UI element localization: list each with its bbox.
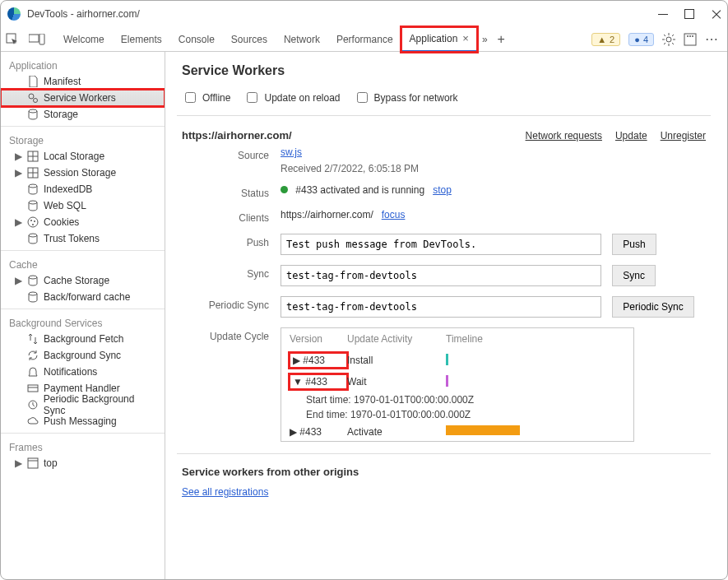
application-sidebar: Application Manifest Service Workers Sto… xyxy=(1,52,165,580)
svg-point-28 xyxy=(30,220,32,221)
inspect-icon[interactable] xyxy=(6,33,19,46)
transfer-icon xyxy=(27,333,39,345)
svg-point-25 xyxy=(29,184,37,188)
svg-point-26 xyxy=(29,201,37,204)
other-origins-section: Service workers from other origins See a… xyxy=(177,454,711,509)
timeline-bar-install xyxy=(446,354,448,365)
tab-welcome[interactable]: Welcome xyxy=(55,27,113,52)
tab-application[interactable]: Application × xyxy=(401,27,477,52)
update-cycle-label: Update Cycle xyxy=(182,327,281,342)
cycle-row-wait[interactable]: ▼ #433 Wait xyxy=(281,371,633,392)
svg-rect-2 xyxy=(39,34,44,44)
push-label: Push xyxy=(182,234,281,248)
tab-network[interactable]: Network xyxy=(276,27,328,52)
warning-badge[interactable]: ▲2 xyxy=(591,33,620,46)
minimize-button[interactable] xyxy=(658,9,668,19)
sidebar-item-indexeddb[interactable]: IndexedDB xyxy=(1,181,165,197)
tab-performance[interactable]: Performance xyxy=(328,27,401,52)
cycle-row-activate[interactable]: ▶ #433 Activate xyxy=(281,422,633,441)
bell-icon xyxy=(27,366,39,378)
scope-url: https://airhorner.com/ xyxy=(182,129,292,142)
page-title: Service Workers xyxy=(182,63,711,78)
svg-point-29 xyxy=(34,220,35,222)
sidebar-item-storage[interactable]: Storage xyxy=(1,106,165,123)
sidebar-group-background-services: Background Services xyxy=(1,313,165,331)
sidebar-item-back-forward-cache[interactable]: Back/forward cache xyxy=(1,289,165,305)
update-on-reload-checkbox[interactable]: Update on reload xyxy=(243,90,340,105)
sidebar-group-cache: Cache xyxy=(1,254,165,272)
tab-close-icon[interactable]: × xyxy=(462,32,469,44)
grid-icon xyxy=(27,151,39,162)
sidebar-item-notifications[interactable]: Notifications xyxy=(1,364,165,380)
sidebar-item-session-storage[interactable]: ▶Session Storage xyxy=(1,165,165,181)
periodic-sync-button[interactable]: Periodic Sync xyxy=(612,296,693,318)
database-icon xyxy=(27,183,39,195)
sidebar-group-frames: Frames xyxy=(1,437,165,455)
cycle-row-install[interactable]: ▶ #433 Install xyxy=(281,350,633,371)
maximize-button[interactable] xyxy=(684,9,694,19)
offline-checkbox[interactable]: Offline xyxy=(182,90,230,105)
svg-point-3 xyxy=(666,37,671,42)
update-link[interactable]: Update xyxy=(615,130,647,142)
devtools-toolbar: Welcome Elements Console Sources Network… xyxy=(1,27,727,52)
received-text: Received 2/7/2022, 6:05:18 PM xyxy=(281,163,419,174)
see-all-registrations-link[interactable]: See all registrations xyxy=(182,486,268,498)
sidebar-item-background-fetch[interactable]: Background Fetch xyxy=(1,331,165,347)
sidebar-item-service-workers[interactable]: Service Workers xyxy=(1,90,165,106)
sidebar-item-manifest[interactable]: Manifest xyxy=(1,73,165,90)
update-cycle-table: Version Update Activity Timeline ▶ #433 … xyxy=(281,327,634,442)
device-toggle-icon[interactable] xyxy=(29,34,45,45)
periodic-sync-label: Periodic Sync xyxy=(182,296,281,311)
status-text: #433 activated and is running xyxy=(295,184,424,196)
sidebar-item-trust-tokens[interactable]: Trust Tokens xyxy=(1,230,165,247)
svg-line-9 xyxy=(672,43,674,44)
dock-icon[interactable] xyxy=(684,33,697,46)
tab-elements[interactable]: Elements xyxy=(113,27,170,52)
sync-label: Sync xyxy=(182,265,281,280)
stop-link[interactable]: stop xyxy=(433,184,452,196)
database-icon xyxy=(27,291,39,303)
push-button[interactable]: Push xyxy=(612,234,656,255)
tab-console[interactable]: Console xyxy=(170,27,223,52)
sidebar-item-background-sync[interactable]: Background Sync xyxy=(1,347,165,364)
sidebar-item-local-storage[interactable]: ▶Local Storage xyxy=(1,148,165,165)
sync-input[interactable] xyxy=(281,265,601,286)
sidebar-item-periodic-background-sync[interactable]: Periodic Background Sync xyxy=(1,397,165,413)
network-requests-link[interactable]: Network requests xyxy=(526,130,602,142)
unregister-link[interactable]: Unregister xyxy=(661,130,706,142)
card-icon xyxy=(27,383,39,394)
clients-label: Clients xyxy=(182,209,281,224)
tab-application-label: Application xyxy=(410,33,458,44)
sync-button[interactable]: Sync xyxy=(612,265,656,286)
more-icon[interactable]: ⋯ xyxy=(705,31,719,47)
sidebar-item-web-sql[interactable]: Web SQL xyxy=(1,197,165,214)
new-tab-button[interactable]: + xyxy=(493,32,510,47)
tab-sources[interactable]: Sources xyxy=(223,27,276,52)
info-badge[interactable]: ●4 xyxy=(628,33,654,46)
status-label: Status xyxy=(182,184,281,199)
frame-icon xyxy=(27,457,39,469)
window-title: DevTools - airhorner.com/ xyxy=(27,8,658,20)
overflow-icon[interactable]: » xyxy=(477,34,493,45)
sidebar-item-cache-storage[interactable]: ▶Cache Storage xyxy=(1,272,165,289)
cookie-icon xyxy=(27,216,39,228)
main-content: Service Workers Offline Update on reload… xyxy=(165,52,727,580)
sidebar-item-top-frame[interactable]: ▶top xyxy=(1,455,165,471)
svg-line-11 xyxy=(664,43,665,44)
svg-line-8 xyxy=(664,35,665,36)
sidebar-item-cookies[interactable]: ▶Cookies xyxy=(1,214,165,230)
cycle-start-time: Start time: 1970-01-01T00:00:00.000Z xyxy=(281,392,633,407)
source-file-link[interactable]: sw.js xyxy=(281,146,302,158)
sidebar-group-application: Application xyxy=(1,55,165,73)
settings-icon[interactable] xyxy=(662,33,675,46)
svg-rect-34 xyxy=(28,385,38,392)
close-button[interactable] xyxy=(711,9,721,19)
push-input[interactable] xyxy=(281,234,601,255)
bypass-for-network-checkbox[interactable]: Bypass for network xyxy=(354,90,458,105)
focus-link[interactable]: focus xyxy=(382,209,406,220)
svg-point-31 xyxy=(29,234,37,237)
sidebar-group-storage: Storage xyxy=(1,130,165,148)
svg-rect-37 xyxy=(28,458,38,468)
periodic-sync-input[interactable] xyxy=(281,296,601,318)
source-label: Source xyxy=(182,146,281,161)
